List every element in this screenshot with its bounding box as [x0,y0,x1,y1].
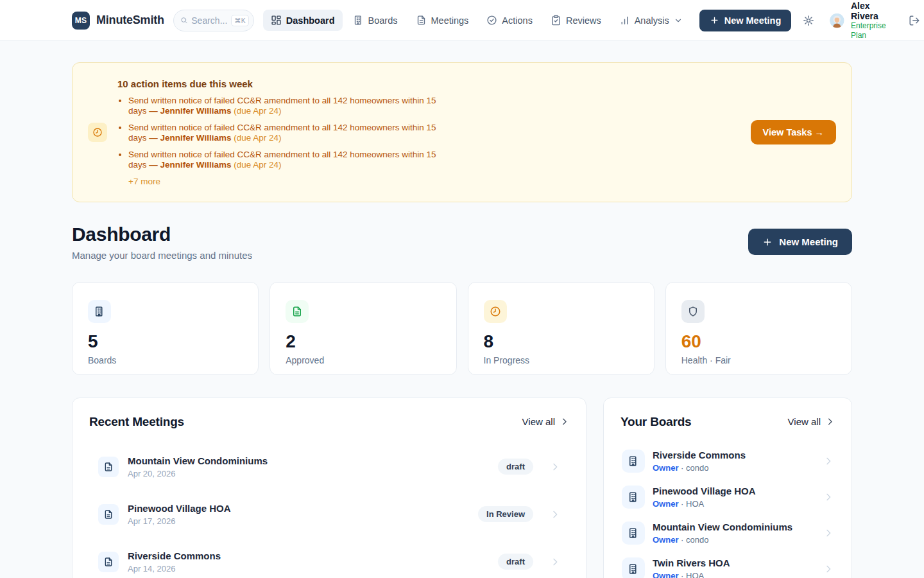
your-boards-panel: Your Boards View all Riverside Commons O… [603,398,852,578]
stat-icon-tile [88,300,111,323]
nav-reviews[interactable]: Reviews [543,10,609,31]
board-icon-tile [622,486,645,509]
nav-label: Reviews [566,15,601,26]
action-item: Send written notice of failed CC&R amend… [128,123,443,144]
view-all-meetings-link[interactable]: View all [522,416,569,427]
user-menu[interactable]: Alex Rivera Enterprise Plan [830,1,891,40]
stat-card-health[interactable]: 60 Health · Fair [665,282,852,375]
building-icon [628,455,639,467]
logout-icon [909,15,920,26]
stat-label: Health · Fair [681,355,836,365]
board-title: Twin Rivers HOA [653,557,730,568]
new-meeting-label: New Meeting [779,236,838,247]
stat-card-boards[interactable]: 5 Boards [72,282,259,375]
chevron-down-icon [674,16,683,25]
settings-button[interactable] [800,12,817,29]
user-name: Alex Rivera [851,1,891,21]
nav-boards[interactable]: Boards [345,10,406,31]
chevron-right-icon [550,557,560,567]
meeting-row[interactable]: Pinewood Village HOA Apr 17, 2026 In Rev… [89,491,569,538]
meeting-icon-tile [98,457,119,477]
meeting-date: Apr 17, 2026 [128,516,231,526]
file-icon [103,509,114,520]
board-row[interactable]: Mountain View Condominiums Owner · condo [620,515,835,551]
meeting-row[interactable]: Mountain View Condominiums Apr 20, 2026 … [89,443,569,491]
action-items-banner: 10 action items due this week Send writt… [72,62,852,202]
clock-icon [92,127,103,137]
avatar [830,11,844,30]
nav-label: Analysis [635,15,669,26]
stat-card-approved[interactable]: 2 Approved [270,282,456,375]
board-icon-tile [622,557,645,578]
chevron-right-icon [823,528,834,538]
shield-icon [687,306,699,317]
nav-label: Boards [368,15,398,26]
chevron-right-icon [825,417,835,426]
primary-nav: Dashboard Boards Meetings Actions Review… [263,10,690,31]
clipboard-check-icon [551,15,561,26]
file-icon [291,306,303,317]
meeting-title: Pinewood Village HOA [128,503,231,514]
status-badge: draft [498,459,533,475]
building-icon [353,15,364,26]
page-title: Dashboard [72,223,252,245]
building-icon [628,563,639,575]
nav-label: Meetings [431,15,469,26]
plus-icon [762,237,773,247]
chevron-right-icon [550,509,560,520]
app-name: MinuteSmith [96,13,164,27]
stats-row: 5 Boards 2 Approved 8 In Progress 60 Hea… [72,282,852,375]
page-subtitle: Manage your board meetings and minutes [72,250,252,261]
board-subtitle: Owner · HOA [653,571,730,578]
recent-meetings-panel: Recent Meetings View all Mountain View C… [72,398,586,578]
nav-dashboard[interactable]: Dashboard [263,10,343,31]
nav-analysis[interactable]: Analysis [612,10,690,31]
check-circle-icon [486,15,497,26]
board-row[interactable]: Pinewood Village HOA Owner · HOA [620,479,835,515]
building-icon [628,527,639,539]
brand: MS MinuteSmith [72,12,164,30]
search-shortcut: ⌘K [231,15,249,26]
bar-chart-icon [619,15,630,26]
board-title: Mountain View Condominiums [653,521,792,532]
clock-icon-tile [88,123,107,142]
meeting-icon-tile [98,504,119,525]
plus-icon [710,15,719,25]
chevron-right-icon [550,462,560,472]
search-input[interactable]: ⌘K [173,10,254,31]
board-row[interactable]: Riverside Commons Owner · condo [620,443,835,479]
nav-meetings[interactable]: Meetings [408,10,477,31]
new-meeting-button-page[interactable]: New Meeting [748,229,852,255]
meeting-title: Riverside Commons [128,550,221,561]
action-items-list: Send written notice of failed CC&R amend… [117,96,443,171]
search-icon [180,15,187,25]
chevron-right-icon [823,456,834,466]
board-subtitle: Owner · condo [653,463,746,473]
chevron-right-icon [823,564,834,574]
file-icon [103,557,114,567]
meeting-title: Mountain View Condominiums [128,455,268,466]
board-icon-tile [622,450,645,473]
board-subtitle: Owner · HOA [653,499,756,509]
gear-icon [803,15,814,26]
nav-actions[interactable]: Actions [479,10,540,31]
board-row[interactable]: Twin Rivers HOA Owner · HOA [620,551,835,578]
nav-label: Actions [502,15,533,26]
chevron-right-icon [823,492,834,502]
view-all-boards-link[interactable]: View all [788,416,835,427]
panel-title: Recent Meetings [89,415,184,429]
new-meeting-button[interactable]: New Meeting [699,10,792,31]
logout-button[interactable] [906,12,923,29]
search-field[interactable] [191,15,227,26]
stat-card-in-progress[interactable]: 8 In Progress [468,282,654,375]
stat-icon-tile [681,300,705,323]
clock-icon [490,306,501,317]
meeting-row[interactable]: Riverside Commons Apr 14, 2026 draft [89,538,569,578]
building-icon [94,306,105,317]
file-icon [103,462,114,472]
new-meeting-label: New Meeting [724,15,782,26]
more-items-link[interactable]: +7 more [128,177,443,186]
building-icon [628,491,639,503]
view-tasks-button[interactable]: View Tasks → [751,120,836,144]
panel-title: Your Boards [620,415,691,429]
